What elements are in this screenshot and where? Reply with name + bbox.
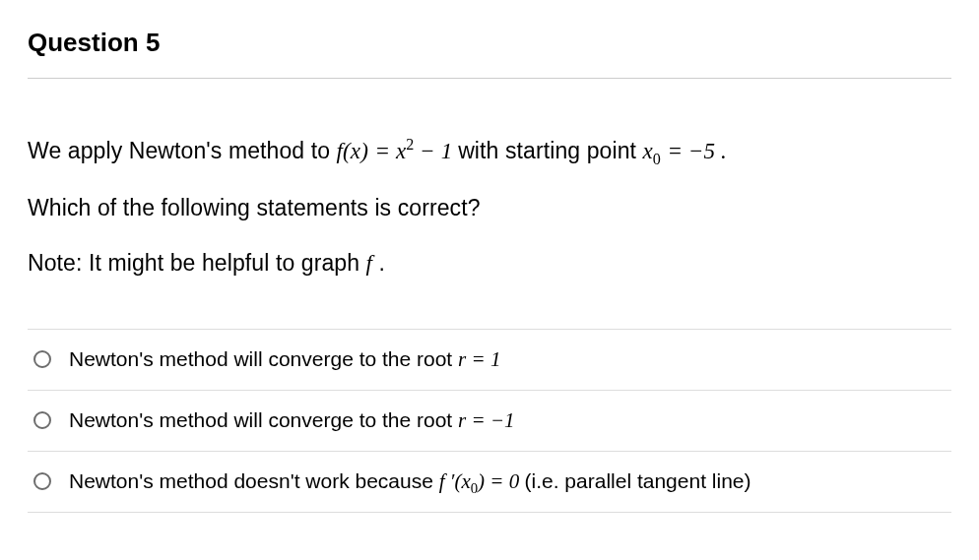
option-label: Newton's method will converge to the roo… [69,408,951,433]
prompt-text: Note: It might be helpful to graph [28,250,366,276]
math-fx: f(x) [337,139,368,163]
prompt-line-3: Note: It might be helpful to graph f . [28,246,951,281]
prompt-text: with starting point [458,138,642,163]
radio-icon[interactable] [33,472,51,490]
option-1[interactable]: Newton's method will converge to the roo… [28,329,951,390]
prompt-text: . [372,250,385,276]
option-2[interactable]: Newton's method will converge to the roo… [28,390,951,451]
math-minus1: − 1 [414,139,458,163]
math-x: x [396,139,406,163]
option-label: Newton's method doesn't work because f ′… [69,469,951,494]
prompt-line-1: We apply Newton's method to f(x) = x2 − … [28,134,951,169]
math-x: x [461,469,470,493]
question-title: Question 5 [28,28,951,79]
prompt-text: We apply Newton's method to [28,138,337,163]
options-list: Newton's method will converge to the roo… [28,329,951,513]
radio-icon[interactable] [33,350,51,368]
option-label: Newton's method will converge to the roo… [69,347,951,372]
option-text-part: Newton's method will converge to the roo… [69,347,458,370]
option-3[interactable]: Newton's method doesn't work because f ′… [28,451,951,513]
math-eq-m5: = −5 . [668,139,727,163]
math-sub0: 0 [653,139,661,163]
math-fprime: f ′ [439,469,455,493]
question-body: We apply Newton's method to f(x) = x2 − … [28,79,951,513]
option-text-part: (i.e. parallel tangent line) [525,469,751,492]
prompt-line-2: Which of the following statements is cor… [28,191,951,225]
option-text-part: Newton's method doesn't work because [69,469,439,492]
math-r: r [458,408,466,432]
radio-icon[interactable] [33,411,51,429]
math-eq: = 1 [466,347,500,371]
math-eq0: = 0 [485,469,524,493]
math-r: r [458,347,466,371]
math-eq: = −1 [466,408,514,432]
math-x0: x [643,139,653,163]
math-eq: = [374,139,395,163]
option-text-part: Newton's method will converge to the roo… [69,408,458,431]
math-sub0: 0 [471,469,478,493]
